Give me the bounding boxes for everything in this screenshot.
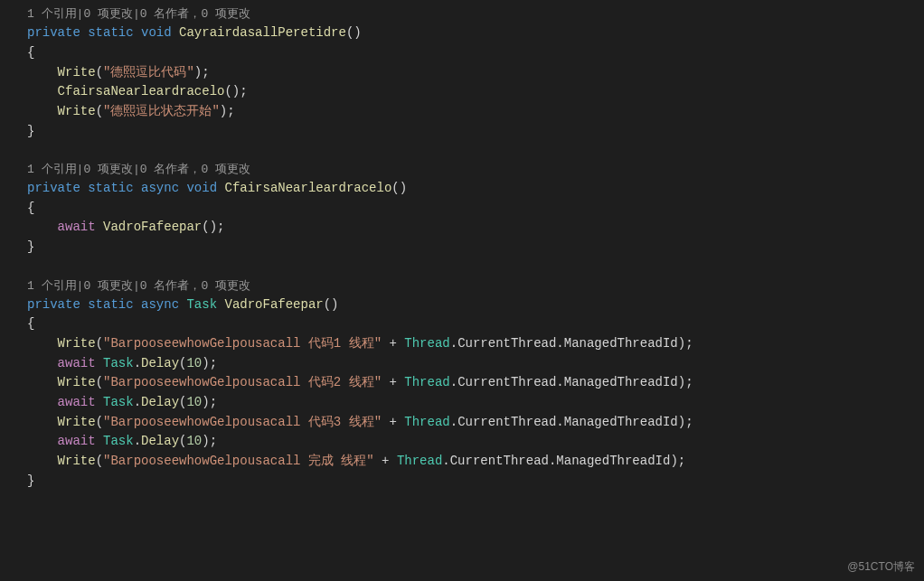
open-brace: {	[9, 199, 924, 219]
codelens-3[interactable]: 1 个引用|0 项更改|0 名作者，0 项更改	[9, 277, 924, 295]
close-brace: }	[9, 238, 924, 258]
code-editor[interactable]: 1 个引用|0 项更改|0 名作者，0 项更改 private static v…	[9, 5, 924, 492]
method-signature-2: private static async void CfairsaNearlea…	[9, 179, 924, 199]
close-brace: }	[9, 122, 924, 142]
code-line: await Task.Delay(10);	[9, 393, 924, 413]
codelens-2[interactable]: 1 个引用|0 项更改|0 名作者，0 项更改	[9, 161, 924, 179]
code-line: Write("德熙逗比状态开始");	[9, 102, 924, 122]
code-line: Write("BarpooseewhowGelpousacall 代码1 线程"…	[9, 334, 924, 354]
open-brace: {	[9, 43, 924, 63]
code-line: await Task.Delay(10);	[9, 354, 924, 374]
code-line: CfairsaNearleardracelo();	[9, 82, 924, 102]
method-signature-3: private static async Task VadroFafeepar(…	[9, 295, 924, 315]
method-signature-1: private static void CayrairdasallPeretid…	[9, 23, 924, 43]
code-line: Write("BarpooseewhowGelpousacall 代码2 线程"…	[9, 373, 924, 393]
code-line: await Task.Delay(10);	[9, 432, 924, 452]
blank-line	[9, 258, 924, 277]
code-line: await VadroFafeepar();	[9, 218, 924, 238]
open-brace: {	[9, 314, 924, 334]
code-line: Write("德熙逗比代码");	[9, 63, 924, 83]
code-line: Write("BarpooseewhowGelpousacall 代码3 线程"…	[9, 413, 924, 433]
codelens-1[interactable]: 1 个引用|0 项更改|0 名作者，0 项更改	[9, 5, 924, 23]
close-brace: }	[9, 472, 924, 492]
watermark: @51CTO博客	[847, 558, 915, 576]
code-line: Write("BarpooseewhowGelpousacall 完成 线程" …	[9, 452, 924, 472]
blank-line	[9, 141, 924, 161]
